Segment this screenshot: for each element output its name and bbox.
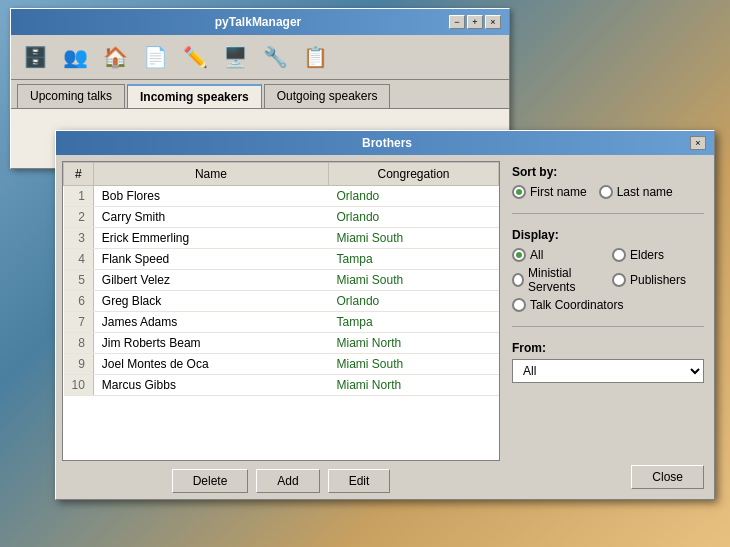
toolbar-db-icon[interactable]: 🗄️ [17,39,53,75]
title-bar-controls: − + × [449,15,501,29]
from-section: From: All Orlando Tampa Miami South Miam… [512,341,704,383]
col-name: Name [93,163,328,186]
tab-incoming[interactable]: Incoming speakers [127,84,262,108]
display-publishers-radio[interactable] [612,273,626,287]
table-row[interactable]: 8 Jim Roberts Beam Miami North [64,333,499,354]
sort-by-label: Sort by: [512,165,704,179]
table-row[interactable]: 6 Greg Black Orlando [64,291,499,312]
row-congregation: Tampa [329,249,499,270]
col-congregation: Congregation [329,163,499,186]
brothers-table: # Name Congregation 1 Bob Flores Orlando… [63,162,499,396]
row-name: James Adams [93,312,328,333]
table-row[interactable]: 4 Flank Speed Tampa [64,249,499,270]
display-label: Display: [512,228,704,242]
row-congregation: Orlando [329,186,499,207]
table-row[interactable]: 2 Carry Smith Orlando [64,207,499,228]
row-num: 5 [64,270,94,291]
from-select[interactable]: All Orlando Tampa Miami South Miami Nort… [512,359,704,383]
row-num: 2 [64,207,94,228]
display-ministerial[interactable]: Ministial Servents [512,266,604,294]
brothers-table-container[interactable]: # Name Congregation 1 Bob Flores Orlando… [62,161,500,461]
table-button-row: Delete Add Edit [62,469,500,493]
toolbar: 🗄️ 👥 🏠 📄 ✏️ 🖥️ 🔧 📋 [11,35,509,80]
display-divider [512,326,704,327]
row-congregation: Orlando [329,291,499,312]
title-bar: pyTalkManager − + × [11,9,509,35]
row-name: Marcus Gibbs [93,375,328,396]
close-btn-row: Close [512,457,704,489]
from-label: From: [512,341,704,355]
sort-first-name[interactable]: First name [512,185,587,199]
dialog-close-icon[interactable]: × [690,136,706,150]
maximize-button[interactable]: + [467,15,483,29]
row-name: Bob Flores [93,186,328,207]
edit-button[interactable]: Edit [328,469,391,493]
sort-first-name-radio[interactable] [512,185,526,199]
table-row[interactable]: 7 James Adams Tampa [64,312,499,333]
row-congregation: Miami South [329,270,499,291]
display-all-radio[interactable] [512,248,526,262]
row-name: Joel Montes de Oca [93,354,328,375]
row-congregation: Miami South [329,354,499,375]
display-options: All Elders Ministial Servents Publishers [512,248,704,312]
display-coordinators[interactable]: Talk Coordinators [512,298,704,312]
minimize-button[interactable]: − [449,15,465,29]
row-num: 4 [64,249,94,270]
app-title: pyTalkManager [67,15,449,29]
tab-upcoming[interactable]: Upcoming talks [17,84,125,108]
row-num: 1 [64,186,94,207]
add-button[interactable]: Add [256,469,319,493]
row-num: 6 [64,291,94,312]
display-ministerial-radio[interactable] [512,273,524,287]
display-section: Display: All Elders Ministial Servents [512,228,704,312]
toolbar-settings-icon[interactable]: 🔧 [257,39,293,75]
row-congregation: Tampa [329,312,499,333]
display-elders-radio[interactable] [612,248,626,262]
tabs-bar: Upcoming talks Incoming speakers Outgoin… [11,80,509,108]
row-name: Carry Smith [93,207,328,228]
table-row[interactable]: 9 Joel Montes de Oca Miami South [64,354,499,375]
row-num: 3 [64,228,94,249]
sort-last-name-radio[interactable] [599,185,613,199]
display-all[interactable]: All [512,248,604,262]
display-coordinators-radio[interactable] [512,298,526,312]
table-row[interactable]: 3 Erick Emmerling Miami South [64,228,499,249]
toolbar-edit-icon[interactable]: ✏️ [177,39,213,75]
table-row[interactable]: 5 Gilbert Velez Miami South [64,270,499,291]
row-num: 10 [64,375,94,396]
row-congregation: Miami North [329,375,499,396]
dialog-title: Brothers [84,136,690,150]
row-num: 8 [64,333,94,354]
brothers-dialog: Brothers × # Name Congregation 1 Bob Fl [55,130,715,500]
col-num: # [64,163,94,186]
row-congregation: Orlando [329,207,499,228]
display-elders[interactable]: Elders [612,248,704,262]
toolbar-doc-icon[interactable]: 📄 [137,39,173,75]
right-panel: Sort by: First name Last name Display: [508,161,708,493]
delete-button[interactable]: Delete [172,469,249,493]
close-button[interactable]: Close [631,465,704,489]
row-congregation: Miami North [329,333,499,354]
table-row[interactable]: 10 Marcus Gibbs Miami North [64,375,499,396]
row-congregation: Miami South [329,228,499,249]
row-num: 7 [64,312,94,333]
table-row[interactable]: 1 Bob Flores Orlando [64,186,499,207]
display-publishers[interactable]: Publishers [612,266,704,294]
row-name: Gilbert Velez [93,270,328,291]
sort-divider [512,213,704,214]
tab-outgoing[interactable]: Outgoing speakers [264,84,391,108]
row-name: Jim Roberts Beam [93,333,328,354]
row-name: Flank Speed [93,249,328,270]
row-name: Erick Emmerling [93,228,328,249]
row-num: 9 [64,354,94,375]
table-section: # Name Congregation 1 Bob Flores Orlando… [62,161,500,493]
toolbar-report-icon[interactable]: 📋 [297,39,333,75]
sort-last-name[interactable]: Last name [599,185,673,199]
dialog-title-bar: Brothers × [56,131,714,155]
row-name: Greg Black [93,291,328,312]
toolbar-slides-icon[interactable]: 🖥️ [217,39,253,75]
sort-by-section: Sort by: First name Last name [512,165,704,199]
toolbar-users-icon[interactable]: 👥 [57,39,93,75]
toolbar-home-icon[interactable]: 🏠 [97,39,133,75]
close-button[interactable]: × [485,15,501,29]
